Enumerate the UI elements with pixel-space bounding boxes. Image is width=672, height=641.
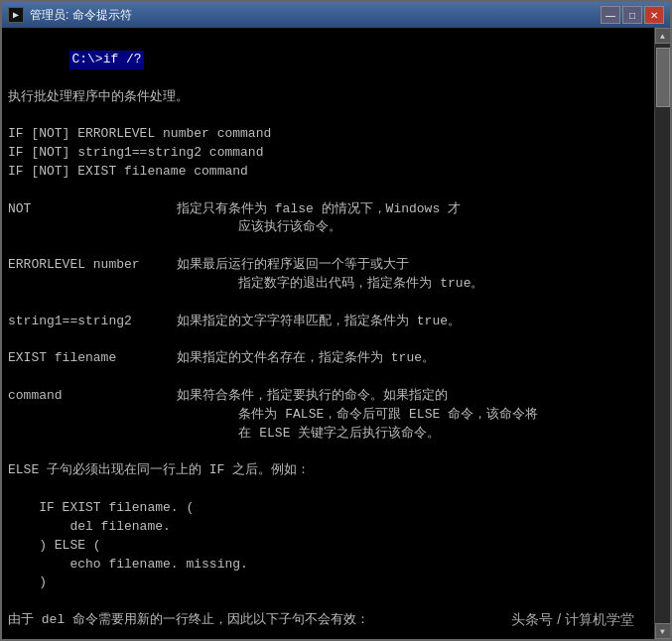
prompt-line: C:\>if /? [8,32,648,88]
window: ▶ 管理员: 命令提示符 — □ ✕ C:\>if /? 执行批处理程序中的条件… [0,0,672,641]
scrollbar-thumb[interactable] [656,48,670,107]
term-not: NOT [8,200,177,238]
table-row-errorlevel: ERRORLEVEL number 如果最后运行的程序返回一个等于或大于 指定数… [8,256,648,294]
title-bar: ▶ 管理员: 命令提示符 — □ ✕ [2,2,670,28]
maximize-button[interactable]: □ [622,6,642,24]
minimize-button[interactable]: — [601,6,620,24]
scroll-up-button[interactable]: ▲ [655,28,671,44]
desc-not: 指定只有条件为 false 的情况下，Windows 才 应该执行该命令。 [177,200,648,238]
term-string: string1==string2 [8,313,177,331]
desc-line: 执行批处理程序中的条件处理。 [8,88,648,107]
desc-string: 如果指定的文字字符串匹配，指定条件为 true。 [177,313,648,331]
input-highlight: C:\>if /? [69,51,143,69]
blank5 [8,331,648,350]
example-3: ) ELSE ( [8,537,648,556]
blank9 [8,592,648,611]
content-area: C:\>if /? 执行批处理程序中的条件处理。 IF [NOT] ERRORL… [2,28,670,639]
example-2: del filename. [8,518,648,537]
blank10 [8,630,648,639]
example-1: IF EXIST filename. ( [8,499,648,518]
window-icon: ▶ [8,7,24,23]
scroll-down-button[interactable]: ▼ [655,623,671,639]
else-intro: ELSE 子句必须出现在同一行上的 IF 之后。例如： [8,461,648,480]
syntax-1: IF [NOT] ERRORLEVEL number command [8,125,648,144]
table-row-command: command 如果符合条件，指定要执行的命令。如果指定的 条件为 FALSE，… [8,387,648,444]
example-5: ) [8,574,648,592]
blank8 [8,480,648,499]
window-controls: — □ ✕ [601,6,664,24]
scrollbar-track[interactable] [655,44,670,623]
table-row-exist: EXIST filename 如果指定的文件名存在，指定条件为 true。 [8,349,648,368]
window-title: 管理员: 命令提示符 [30,7,601,24]
close-button[interactable]: ✕ [644,6,664,24]
blank2 [8,182,648,200]
desc-command: 如果符合条件，指定要执行的命令。如果指定的 条件为 FALSE，命令后可跟 EL… [177,387,648,444]
term-command: command [8,387,177,444]
terminal[interactable]: C:\>if /? 执行批处理程序中的条件处理。 IF [NOT] ERRORL… [2,28,654,639]
blank6 [8,368,648,387]
blank1 [8,106,648,125]
scrollbar: ▲ ▼ [654,28,670,639]
blank3 [8,237,648,256]
table-row-string: string1==string2 如果指定的文字字符串匹配，指定条件为 true… [8,313,648,331]
desc-exist: 如果指定的文件名存在，指定条件为 true。 [177,349,648,368]
term-errorlevel: ERRORLEVEL number [8,256,177,294]
watermark: 头条号 / 计算机学堂 [511,611,634,629]
example-4: echo filename. missing. [8,556,648,575]
desc-errorlevel: 如果最后运行的程序返回一个等于或大于 指定数字的退出代码，指定条件为 true。 [177,256,648,294]
blank7 [8,444,648,462]
syntax-3: IF [NOT] EXIST filename command [8,163,648,182]
syntax-2: IF [NOT] string1==string2 command [8,144,648,163]
blank4 [8,294,648,313]
term-exist: EXIST filename [8,349,177,368]
table-row-not: NOT 指定只有条件为 false 的情况下，Windows 才 应该执行该命令… [8,200,648,238]
